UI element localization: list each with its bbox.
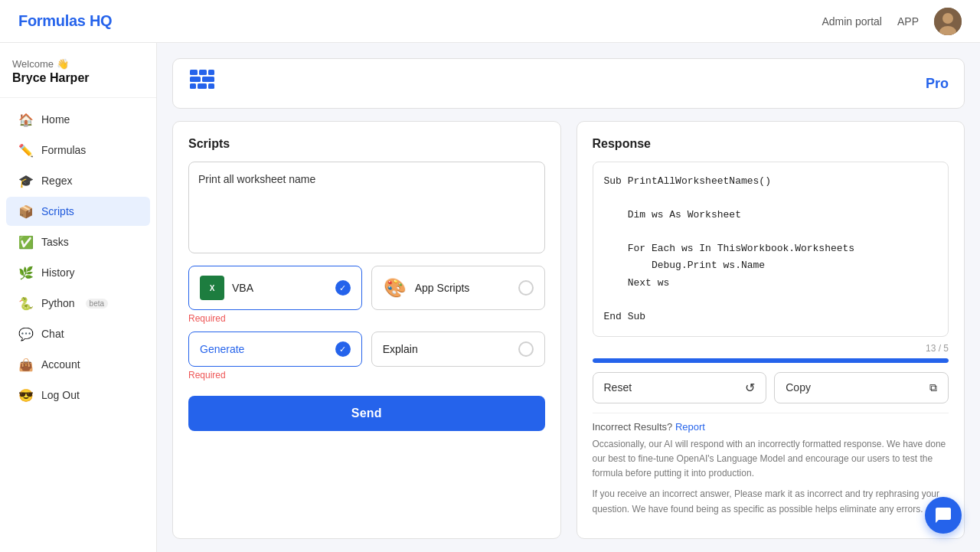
response-code: Sub PrintAllWorksheetNames() Dim ws As W… [593,162,949,337]
account-icon: 👜 [18,357,34,372]
grid-icon [188,68,216,99]
svg-rect-5 [208,70,214,75]
generate-label: Generate [200,343,244,355]
sidebar-item-logout[interactable]: 😎 Log Out [6,381,150,410]
progress-bar-track [593,358,949,363]
sidebar-item-account[interactable]: 👜 Account [6,350,150,379]
response-panel: Response Sub PrintAllWorksheetNames() Di… [577,121,965,539]
sidebar-username: Bryce Harper [12,71,144,85]
regex-icon: 🎓 [18,173,34,188]
sidebar-item-regex[interactable]: 🎓 Regex [6,166,150,195]
sidebar-nav: 🏠 Home ✏️ Formulas 🎓 Regex 📦 Scripts ✅ T… [0,104,156,540]
svg-point-1 [942,13,953,24]
svg-rect-9 [198,83,207,89]
sidebar-item-formulas[interactable]: ✏️ Formulas [6,136,150,165]
svg-rect-3 [190,70,198,75]
svg-rect-8 [190,83,196,89]
sidebar-welcome: Welcome 👋 [12,58,144,70]
vba-label: VBA [232,282,328,294]
generate-option[interactable]: Generate [188,332,362,367]
incorrect-title: Incorrect Results? Report [593,421,949,433]
script-type-options: X VBA 🎨 App Scripts [188,266,545,310]
progress-bar-fill [593,358,949,363]
incorrect-section: Incorrect Results? Report Occasionally, … [593,413,949,523]
main-content: Pro Scripts Print all worksheet name X V… [157,43,980,552]
generate-check [335,341,351,357]
response-panel-title: Response [593,137,949,151]
vba-check [335,280,351,296]
incorrect-text-2: If you receive an incorrect answer, Plea… [593,487,949,516]
history-icon: 🌿 [18,265,34,280]
scripts-panel: Scripts Print all worksheet name X VBA 🎨 [172,121,561,539]
home-icon: 🏠 [18,112,34,127]
response-counter: 13 / 5 [593,343,949,354]
top-row: Pro [172,58,965,109]
required-label-2: Required [188,370,545,381]
explain-check [518,341,534,357]
formulas-icon: ✏️ [18,142,34,158]
app-scripts-check [518,280,534,296]
sidebar-item-chat[interactable]: 💬 Chat [6,319,150,348]
copy-icon: ⧉ [929,381,937,394]
avatar[interactable] [934,8,962,35]
sidebar-item-label: Chat [41,328,64,340]
sidebar-item-label: Tasks [41,236,69,248]
explain-option[interactable]: Explain [371,332,545,367]
sidebar-item-label: Python [41,297,75,309]
app-scripts-option[interactable]: 🎨 App Scripts [371,266,545,310]
python-badge: beta [86,299,108,309]
scripts-panel-title: Scripts [188,137,545,151]
response-actions: Reset ↺ Copy ⧉ [593,372,949,403]
sidebar-item-scripts[interactable]: 📦 Scripts [6,197,150,226]
svg-rect-7 [202,77,214,82]
python-icon: 🐍 [18,296,34,311]
chat-fab[interactable] [925,497,962,534]
pro-badge: Pro [926,76,949,92]
chat-icon: 💬 [18,326,34,341]
logout-icon: 😎 [18,387,34,403]
send-button[interactable]: Send [188,396,545,431]
copy-button[interactable]: Copy ⧉ [774,372,949,403]
explain-label: Explain [383,343,418,355]
admin-portal-link[interactable]: Admin portal [822,15,882,28]
svg-rect-4 [199,70,207,75]
report-link[interactable]: Report [675,421,705,433]
script-textarea[interactable]: Print all worksheet name [188,162,545,253]
action-options: Generate Explain [188,332,545,367]
reset-label: Reset [604,381,632,394]
sidebar-item-label: Log Out [41,389,80,401]
incorrect-text-1: Occasionally, our AI will respond with a… [593,437,949,482]
sidebar-item-label: History [41,266,75,279]
reset-button[interactable]: Reset ↺ [593,372,767,403]
sidebar: Welcome 👋 Bryce Harper 🏠 Home ✏️ Formula… [0,43,157,552]
sidebar-item-home[interactable]: 🏠 Home [6,105,150,134]
app-scripts-icon: 🎨 [383,276,407,300]
content-grid: Scripts Print all worksheet name X VBA 🎨 [172,121,965,539]
app-scripts-label: App Scripts [415,282,511,294]
tasks-icon: ✅ [18,234,34,250]
layout: Welcome 👋 Bryce Harper 🏠 Home ✏️ Formula… [0,43,980,552]
sidebar-item-history[interactable]: 🌿 History [6,258,150,287]
app-link[interactable]: APP [897,15,919,28]
header-right: Admin portal APP [822,8,962,35]
sidebar-user: Welcome 👋 Bryce Harper [0,55,156,98]
sidebar-item-tasks[interactable]: ✅ Tasks [6,227,150,256]
required-label-1: Required [188,313,545,324]
sidebar-item-label: Formulas [41,144,86,156]
sidebar-item-label: Scripts [41,205,74,217]
sidebar-item-label: Home [41,113,70,126]
sidebar-item-label: Account [41,358,80,371]
header: Formulas HQ Admin portal APP [0,0,980,43]
copy-label: Copy [786,381,811,394]
vba-icon: X [200,276,224,300]
vba-option[interactable]: X VBA [188,266,362,310]
reset-icon: ↺ [745,381,755,395]
logo[interactable]: Formulas HQ [18,12,112,30]
svg-rect-6 [190,77,201,82]
scripts-icon: 📦 [18,204,34,219]
sidebar-item-python[interactable]: 🐍 Python beta [6,289,150,318]
svg-rect-10 [208,83,214,89]
sidebar-item-label: Regex [41,175,72,187]
